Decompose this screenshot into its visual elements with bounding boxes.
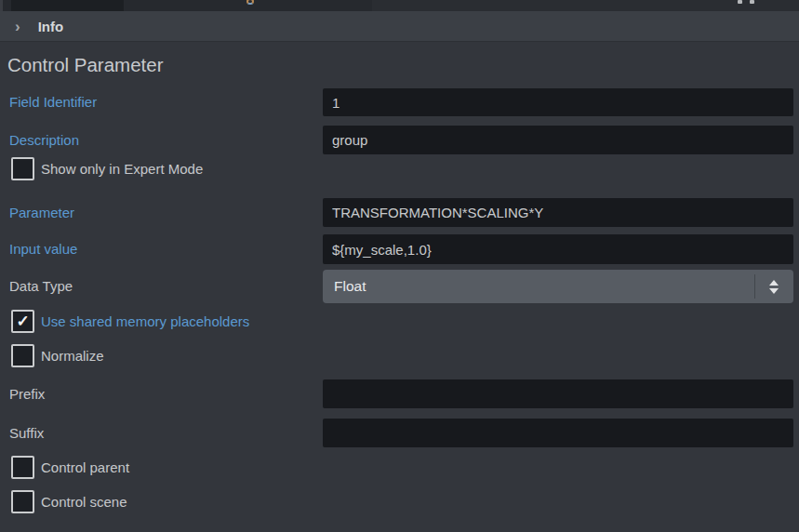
normalize-checkbox[interactable] <box>11 344 34 367</box>
input-value-input[interactable] <box>323 234 793 264</box>
normalize-checkbox-label[interactable]: Normalize <box>41 344 104 367</box>
control-parent-checkbox-label[interactable]: Control parent <box>41 456 129 479</box>
checkbox-row-normalize[interactable]: Normalize <box>0 344 799 367</box>
input-value-label: Input value <box>9 234 77 264</box>
control-scene-checkbox[interactable] <box>11 490 34 513</box>
checkbox-row-shared-memory[interactable]: ✓ Use shared memory placeholders <box>0 310 799 333</box>
data-type-dropdown[interactable]: Float <box>323 270 793 303</box>
parameter-label: Parameter <box>9 198 74 227</box>
shared-memory-checkbox-label[interactable]: Use shared memory placeholders <box>41 310 249 333</box>
suffix-label: Suffix <box>9 419 44 447</box>
page-title: Control Parameter <box>7 54 163 76</box>
description-label: Description <box>9 126 79 154</box>
control-parameter-panel: › Info Control Parameter Field Identifie… <box>0 0 799 532</box>
expert-mode-checkbox[interactable] <box>11 157 34 180</box>
tab-bar <box>0 0 799 11</box>
checkmark-icon: ✓ <box>16 313 29 329</box>
tab-label-descender-glyph <box>246 0 254 5</box>
tab-bar-left-edge <box>0 0 3 11</box>
checkbox-row-control-scene[interactable]: Control scene <box>0 490 799 513</box>
data-type-spinner[interactable] <box>767 270 780 303</box>
control-parent-checkbox[interactable] <box>11 456 34 479</box>
expert-mode-checkbox-label[interactable]: Show only in Expert Mode <box>41 157 203 180</box>
field-identifier-label: Field Identifier <box>9 88 97 116</box>
tab-bar-right-glyph-2 <box>750 0 754 4</box>
control-scene-checkbox-label[interactable]: Control scene <box>41 490 127 513</box>
shared-memory-checkbox[interactable]: ✓ <box>11 310 34 333</box>
data-type-selected-value: Float <box>334 270 366 303</box>
description-input[interactable] <box>323 126 793 154</box>
parameter-input[interactable] <box>323 198 793 227</box>
tab-bar-right-segment <box>372 0 799 11</box>
tab-bar-right-glyph-1 <box>738 0 742 4</box>
info-section-header[interactable]: › Info <box>0 11 799 42</box>
prefix-label: Prefix <box>9 379 45 408</box>
spinner-down-icon[interactable] <box>769 288 779 294</box>
spinner-up-icon[interactable] <box>769 280 779 286</box>
checkbox-row-expert-mode[interactable]: Show only in Expert Mode <box>0 157 799 180</box>
suffix-input[interactable] <box>323 419 793 447</box>
tab-active[interactable] <box>11 0 124 11</box>
dropdown-separator <box>754 274 755 299</box>
chevron-right-icon[interactable]: › <box>15 19 20 34</box>
prefix-input[interactable] <box>323 379 793 408</box>
data-type-label: Data Type <box>9 270 73 303</box>
info-section-label: Info <box>38 19 64 34</box>
checkbox-row-control-parent[interactable]: Control parent <box>0 456 799 479</box>
field-identifier-input[interactable] <box>323 88 793 116</box>
